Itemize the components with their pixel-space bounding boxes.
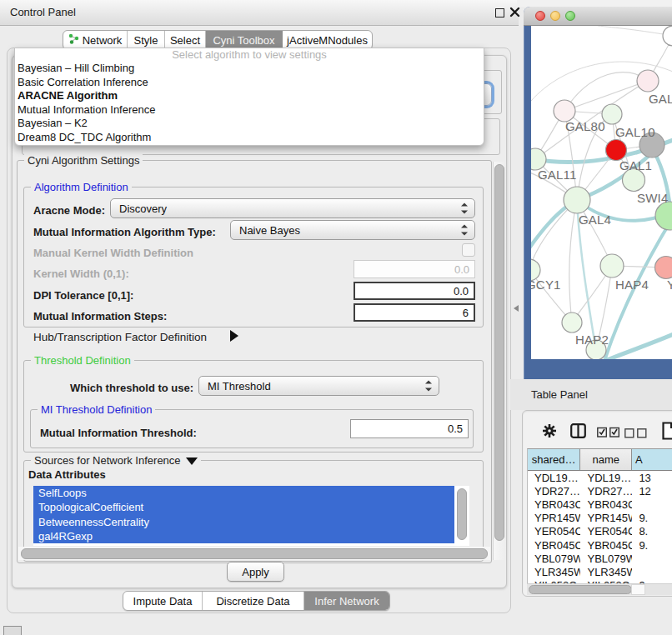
node-label: GAL80 [565,119,605,133]
table-cell: YBR045C [580,539,632,552]
tab-network[interactable]: Network [63,31,128,49]
settings-vertical-scrollbar[interactable] [494,164,504,541]
cyni-mode-tabs: Impute DataDiscretize DataInfer Network [123,591,390,611]
network-node[interactable] [637,70,659,92]
table-cell: YBL079W [580,552,632,565]
algorithm-option[interactable]: Dream8 DC_TDC Algorithm [15,131,484,145]
tab-select[interactable]: Select [165,31,206,49]
column-header[interactable]: A [632,449,672,470]
aracne-mode-value: Discovery [119,202,167,215]
network-node[interactable] [655,202,672,230]
table-cell: YBR045C [528,539,580,552]
control-panel-title: Control Panel [10,6,76,18]
table-row[interactable]: YDR27…YDR27…12 [528,484,672,498]
settings-horizontal-scrollbar[interactable] [21,548,488,559]
close-traffic-light[interactable] [535,11,545,21]
mi-type-label: Mutual Information Algorithm Type: [33,226,216,238]
top-strip [517,0,672,7]
table-cell: 12 [632,485,672,498]
split-columns-icon[interactable] [570,423,586,442]
close-icon[interactable] [509,7,520,18]
node-label: HAP2 [575,332,609,347]
which-threshold-combo[interactable]: MI Threshold [198,376,439,396]
collapse-arrow-icon[interactable] [186,458,198,465]
tab-impute-data[interactable]: Impute Data [123,592,203,610]
checked-boxes-icon[interactable] [597,426,620,441]
float-window-icon[interactable] [495,8,504,18]
table-row[interactable]: YBR045CYBR045C9. [528,538,672,552]
network-node[interactable] [655,257,672,279]
tab-discretize-data[interactable]: Discretize Data [203,592,304,610]
tab-cyni-toolbox[interactable]: Cyni Toolbox [206,31,283,49]
table-cell: 13 [632,472,672,484]
table-row[interactable]: YDL19…YDL19…13 [528,471,672,484]
algorithm-option[interactable]: Mutual Information Inference [15,103,484,118]
collapsed-panel-icon[interactable] [3,626,22,635]
node-table[interactable]: shared…nameA YDL19…YDL19…13YDR27…YDR27…1… [527,448,672,585]
tab-infer-network[interactable]: Infer Network [304,592,389,610]
scrollbar-corner [631,584,645,595]
tab-label: Impute Data [133,595,193,608]
kernel-width-field[interactable]: 0.0 [354,260,475,278]
expand-arrow-icon[interactable] [230,330,238,342]
algorithm-option[interactable]: Bayesian – K2 [15,117,484,131]
combo-arrows-icon [461,225,468,236]
table-row[interactable]: YER054CYER054C8. [528,525,672,538]
column-header[interactable]: name [580,449,632,470]
mi-type-combo[interactable]: Naive Bayes [230,220,475,240]
list-scrollbar[interactable] [457,488,467,540]
node-label: GAL4 [579,212,611,227]
network-node[interactable] [564,187,590,213]
which-threshold-label: Which threshold to use: [70,382,193,394]
network-edge[interactable] [598,26,672,36]
aracne-mode-combo[interactable]: Discovery [110,198,475,218]
attribute-item[interactable]: SelfLoops [33,486,454,500]
mi-type-value: Naive Bayes [239,224,300,237]
mi-steps-field[interactable]: 6 [354,303,475,322]
network-node[interactable] [600,254,624,278]
tab-label: Cyni Toolbox [213,34,274,47]
split-divider-arrow-icon[interactable] [510,305,519,312]
minimize-traffic-light[interactable] [550,11,560,21]
mi-threshold-field[interactable]: 0.5 [350,419,469,438]
algorithm-option[interactable]: Bayesian – Hill Climbing [15,62,484,76]
attribute-item[interactable]: gal4RGexp [33,529,454,543]
combo-arrows-icon [425,381,432,392]
node-label: GAL11 [538,168,577,182]
table-cell: YER054C [580,525,632,538]
tab-label: Select [170,34,200,47]
algorithm-option[interactable]: Basic Correlation Inference [15,76,484,90]
node-label: GAL1 [619,158,652,172]
algorithm-option[interactable]: ARACNE Algorithm [15,89,484,103]
network-tab-icon [68,33,79,44]
zoom-traffic-light[interactable] [565,11,575,21]
node-label: Y [667,278,672,292]
network-edge[interactable] [569,200,577,322]
table-row[interactable]: YBR043CYBR043C [528,498,672,511]
new-page-icon[interactable] [662,422,672,443]
apply-button[interactable]: Apply [227,562,284,582]
network-canvas[interactable]: GAL8GAL80GAL10GAL1GAL11SWI4GAL4HAP4YGCY1… [531,26,672,359]
manual-kernel-checkbox[interactable] [462,243,475,257]
node-label: SWI4 [637,191,668,205]
table-row[interactable]: YBL079WYBL079W [528,552,672,565]
tab-jactivemnodules[interactable]: jActiveMNodules [283,31,372,49]
data-attributes-list[interactable]: SelfLoopsTopologicalCoefficientBetweenne… [33,486,469,546]
attribute-item[interactable]: BetweennessCentrality [33,515,454,529]
tab-label: jActiveMNodules [287,34,368,47]
table-row[interactable]: YPR145WYPR145W9. [528,512,672,525]
network-window-titlebar[interactable] [524,7,672,26]
attribute-item[interactable]: TopologicalCoefficient [33,500,454,514]
tab-label: Infer Network [314,595,379,608]
dpi-tolerance-field[interactable]: 0.0 [354,282,475,300]
network-node[interactable] [663,26,672,46]
tab-style[interactable]: Style [128,31,165,49]
gear-icon[interactable] [542,423,557,442]
column-header[interactable]: shared… [528,449,580,470]
network-edge[interactable] [564,72,648,111]
network-node[interactable] [606,140,627,161]
table-horizontal-scrollbar[interactable] [529,585,632,594]
table-row[interactable]: YLR345WYLR345W [528,565,672,578]
network-node[interactable] [562,312,582,332]
unchecked-boxes-icon[interactable] [624,427,648,442]
